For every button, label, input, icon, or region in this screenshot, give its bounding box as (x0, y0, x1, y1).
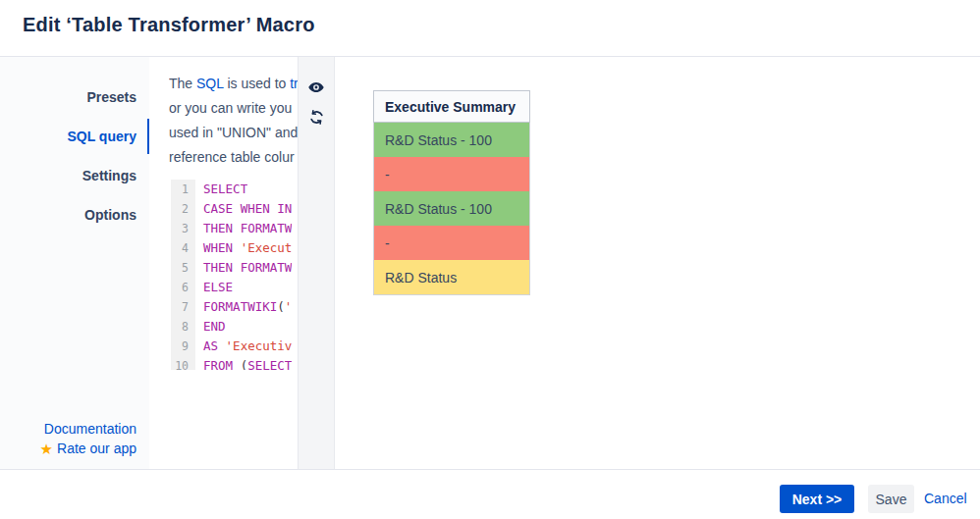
editor-line: 7FORMATWIKI(' (171, 297, 298, 317)
description-link[interactable]: tr (290, 76, 298, 91)
table-row: - (374, 157, 529, 191)
line-number: 1 (171, 180, 195, 199)
cancel-link[interactable]: Cancel (924, 485, 967, 513)
code-text: THEN FORMATW (195, 219, 292, 238)
sidebar-item-presets[interactable]: Presets (0, 78, 149, 117)
sidebar-nav: PresetsSQL querySettingsOptions (0, 78, 149, 234)
star-icon: ★ (40, 441, 53, 457)
editor-line: 5THEN FORMATW (171, 258, 298, 278)
description-text: or you can write you (169, 100, 292, 116)
footer-divider (0, 469, 980, 470)
save-button[interactable]: Save (868, 485, 914, 513)
link-label: Documentation (44, 421, 136, 437)
link-documentation[interactable]: Documentation (0, 419, 136, 439)
sidebar-item-label: Presets (86, 89, 136, 105)
editor-line: 10FROM (SELECT (171, 356, 298, 370)
line-number: 3 (171, 219, 195, 238)
line-number: 8 (171, 317, 195, 337)
line-number: 5 (171, 258, 195, 278)
sidebar-item-label: Options (84, 207, 136, 223)
editor-line: 2CASE WHEN IN (171, 199, 298, 219)
description-text: The (169, 76, 196, 91)
refresh-button[interactable] (304, 105, 328, 129)
editor-line: 6ELSE (171, 278, 298, 297)
line-number: 10 (171, 356, 195, 370)
editor-line: 1SELECT (171, 180, 298, 199)
sidebar-links: Documentation★Rate our app (0, 419, 149, 459)
sidebar-item-sql-query[interactable]: SQL query (0, 117, 149, 156)
table-row: R&D Status - 100 (374, 191, 529, 226)
link-label: Rate our app (57, 441, 136, 456)
table-row: R&D Status (374, 260, 529, 294)
code-text: END (195, 317, 226, 337)
line-number: 2 (171, 199, 195, 219)
line-number: 4 (171, 238, 195, 258)
code-text: THEN FORMATW (195, 258, 292, 278)
table-header-cell: Executive Summary (373, 90, 530, 123)
sidebar-item-options[interactable]: Options (0, 195, 149, 234)
code-text: FORMATWIKI(' (195, 297, 292, 317)
description-line: The SQL is used to tr (169, 72, 298, 96)
sql-query-panel: The SQL is used to tror you can write yo… (149, 57, 298, 469)
preview-button[interactable] (304, 76, 328, 99)
code-text: WHEN 'Execut (195, 238, 292, 258)
preview-area: Executive Summary R&D Status - 100-R&D S… (335, 57, 980, 469)
sidebar-item-label: SQL query (67, 129, 136, 144)
preview-toolbar (298, 57, 335, 469)
code-text: FROM (SELECT (195, 356, 292, 370)
table-row: - (374, 226, 529, 260)
cell-text: - (385, 235, 390, 251)
sql-editor[interactable]: 1SELECT2CASE WHEN IN3THEN FORMATW4WHEN '… (171, 180, 298, 370)
description-text: reference table colur (169, 149, 295, 165)
cell-text: R&D Status (385, 270, 457, 285)
sidebar-item-label: Settings (82, 168, 136, 183)
description-link[interactable]: SQL (196, 76, 224, 91)
sidebar-item-settings[interactable]: Settings (0, 156, 149, 195)
description-text: used in "UNION" and (169, 125, 298, 140)
editor-line: 3THEN FORMATW (171, 219, 298, 238)
line-number: 6 (171, 278, 195, 297)
preview-table: Executive Summary R&D Status - 100-R&D S… (373, 90, 530, 295)
description-line: used in "UNION" and (169, 121, 298, 145)
line-number: 9 (171, 337, 195, 356)
cell-text: - (385, 167, 390, 182)
code-text: SELECT (195, 180, 247, 199)
line-number: 7 (171, 297, 195, 317)
sql-description: The SQL is used to tror you can write yo… (169, 72, 298, 170)
table-row: R&D Status - 100 (374, 123, 529, 157)
editor-line: 9AS 'Executiv (171, 337, 298, 356)
page-title: Edit ‘Table Transformer’ Macro (23, 14, 315, 36)
next-button[interactable]: Next >> (780, 485, 854, 513)
preview-table-rows: R&D Status - 100-R&D Status - 100-R&D St… (373, 123, 530, 295)
sidebar: PresetsSQL querySettingsOptions Document… (0, 57, 149, 469)
editor-line: 8END (171, 317, 298, 337)
description-line: reference table colur (169, 145, 298, 170)
cell-text: R&D Status - 100 (385, 132, 492, 148)
refresh-icon (308, 109, 325, 126)
code-text: CASE WHEN IN (195, 199, 292, 219)
editor-line: 4WHEN 'Execut (171, 238, 298, 258)
cell-text: R&D Status - 100 (385, 201, 492, 217)
eye-icon (307, 78, 325, 96)
description-text: is used to (224, 76, 291, 91)
link-rate-our-app[interactable]: ★Rate our app (0, 439, 136, 459)
code-text: ELSE (195, 278, 233, 297)
description-line: or you can write you (169, 96, 298, 121)
code-text: AS 'Executiv (195, 337, 292, 356)
